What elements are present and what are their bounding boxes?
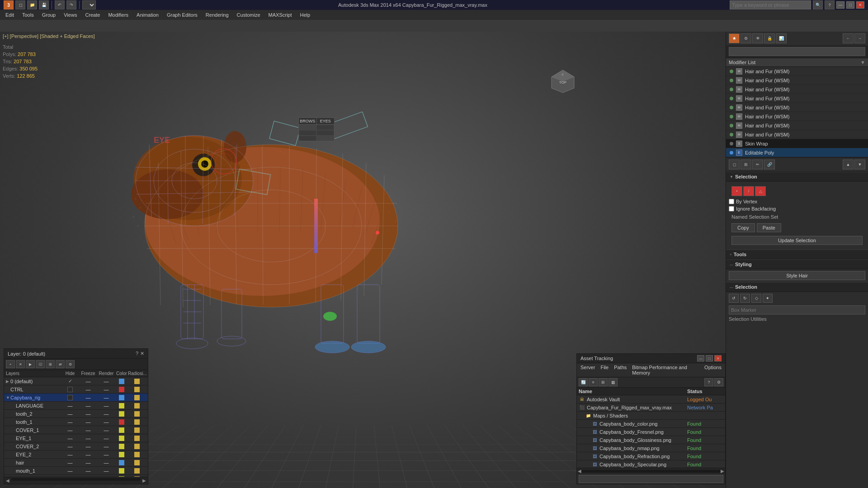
layer-row-body[interactable]: body — — — xyxy=(4,475,148,477)
modifier-tool-1[interactable]: ◻ xyxy=(729,160,740,169)
ignore-backfacing-checkbox[interactable] xyxy=(729,206,734,211)
menu-customize[interactable]: Customize xyxy=(233,11,264,19)
expand-rig[interactable]: ▼ xyxy=(6,395,10,400)
asset-menu-file[interactable]: File xyxy=(599,364,610,376)
layer-row-cover1[interactable]: COVER_1 — — — xyxy=(4,426,148,434)
modifier-item-3[interactable]: H Hair and Fur (WSM) xyxy=(726,94,868,103)
modifier-tool-2[interactable]: ⊞ xyxy=(741,160,751,169)
layer-row-eye2[interactable]: EYE_2 — — — xyxy=(4,450,148,459)
undo-btn[interactable]: ↶ xyxy=(55,0,65,9)
style-hair-button[interactable]: Style Hair xyxy=(729,271,865,280)
asset-menu-bitmap[interactable]: Bitmap Performance and Memory xyxy=(630,364,701,376)
menu-modifiers[interactable]: Modifiers xyxy=(104,11,132,19)
asset-row-vault[interactable]: 🏛 Autodesk Vault Logged Ou xyxy=(577,395,725,404)
tool-icon-1[interactable]: ★ xyxy=(729,33,740,43)
modifier-item-4[interactable]: H Hair and Fur (WSM) xyxy=(726,103,868,112)
layer-select-btn[interactable]: ☑ xyxy=(36,360,45,368)
asset-menu-server[interactable]: Server xyxy=(579,364,597,376)
sel2-icon-2[interactable]: ↻ xyxy=(740,294,750,303)
layer-row-language[interactable]: LANGUAGE — — — xyxy=(4,402,148,410)
redo-btn[interactable]: ↷ xyxy=(66,0,76,9)
selection-section-header[interactable]: ▼ Selection xyxy=(726,172,868,182)
asset-row-refraction[interactable]: 🖼 Capybara_body_Refraction.png Found xyxy=(577,452,725,460)
asset-scrollbar[interactable]: ◀ ▶ xyxy=(577,468,725,474)
asset-tb-4[interactable]: ▦ xyxy=(609,378,618,386)
layer-scrollbar-track[interactable] xyxy=(11,478,141,481)
paste-button[interactable]: Paste xyxy=(757,223,781,232)
asset-minimize-btn[interactable]: — xyxy=(697,355,704,361)
menu-graph-editors[interactable]: Graph Editors xyxy=(163,11,201,19)
menu-group[interactable]: Group xyxy=(38,11,60,19)
modifier-input[interactable]: hair xyxy=(729,47,865,56)
viewport-cube[interactable]: TOP F xyxy=(549,68,576,95)
asset-path-input[interactable] xyxy=(579,475,723,483)
sel2-icon-4[interactable]: ✦ xyxy=(763,294,773,303)
asset-row-color[interactable]: 🖼 Capybara_body_color.png Found xyxy=(577,420,725,428)
open-btn[interactable]: 📁 xyxy=(27,0,37,9)
layer-panel-close[interactable]: ✕ xyxy=(140,351,144,357)
selection2-section-header[interactable]: — Selection xyxy=(726,282,868,292)
layer-select-all-btn[interactable]: ⊞ xyxy=(46,360,55,368)
menu-help[interactable]: Help xyxy=(297,11,314,19)
asset-scroll-right[interactable]: ▶ xyxy=(721,469,724,474)
menu-rendering[interactable]: Rendering xyxy=(202,11,232,19)
minimize-btn[interactable]: — xyxy=(836,1,844,9)
update-selection-button[interactable]: Update Selection xyxy=(731,236,863,245)
layer-scrollbar[interactable]: ◀ ▶ xyxy=(4,477,148,484)
asset-maximize-btn[interactable]: □ xyxy=(706,355,713,361)
menu-views[interactable]: Views xyxy=(60,11,80,19)
asset-close-btn[interactable]: ✕ xyxy=(714,355,722,361)
layer-row-hair[interactable]: hair — — — xyxy=(4,459,148,467)
styling-section-header[interactable]: — Styling xyxy=(726,259,868,269)
modifier-list-arrow[interactable]: ▼ xyxy=(860,60,865,65)
asset-scroll-left[interactable]: ◀ xyxy=(578,469,581,474)
tool-icon-7[interactable]: → xyxy=(854,33,865,43)
new-btn[interactable]: ◻ xyxy=(15,0,25,9)
modifier-tool-6[interactable]: ▼ xyxy=(854,160,865,169)
layer-row-ctrl[interactable]: CTRL — — xyxy=(4,385,148,394)
layer-row-mouth1[interactable]: mouth_1 — — — xyxy=(4,467,148,475)
close-btn[interactable]: ✕ xyxy=(856,1,864,9)
menu-create[interactable]: Create xyxy=(81,11,104,19)
sel-icon-face[interactable]: △ xyxy=(755,186,766,196)
asset-row-glossiness[interactable]: 🖼 Capybara_body_Glossiness.png Found xyxy=(577,436,725,444)
expand-0[interactable]: ▶ xyxy=(6,379,10,384)
copy-button[interactable]: Copy xyxy=(731,223,755,232)
asset-row-maps-folder[interactable]: 📁 Maps / Shaders xyxy=(577,412,725,420)
maximize-btn[interactable]: □ xyxy=(846,1,854,9)
layer-row-tooth2[interactable]: tooth_2 — — — xyxy=(4,410,148,418)
modifier-item-2[interactable]: H Hair and Fur (WSM) xyxy=(726,85,868,94)
layer-row-default[interactable]: ▶ 0 (default) ✓ — — xyxy=(4,377,148,385)
tool-icon-3[interactable]: 👁 xyxy=(752,33,763,43)
layer-scroll-right[interactable]: ▶ xyxy=(142,478,146,483)
sel2-icon-3[interactable]: ◇ xyxy=(751,294,761,303)
sel-icon-edge[interactable]: / xyxy=(743,186,754,196)
asset-tb-3[interactable]: ⊞ xyxy=(599,378,608,386)
modifier-item-8[interactable]: S Skin Wrap xyxy=(726,139,868,148)
sel2-icon-1[interactable]: ↺ xyxy=(729,294,739,303)
asset-menu-paths[interactable]: Paths xyxy=(612,364,628,376)
asset-row-specular[interactable]: 🖼 Capybara_body_Specular.png Found xyxy=(577,460,725,468)
layer-scroll-left[interactable]: ◀ xyxy=(6,478,9,483)
asset-scrollbar-track[interactable] xyxy=(581,470,721,473)
modifier-item-6[interactable]: H Hair and Fur (WSM) xyxy=(726,121,868,130)
tool-icon-4[interactable]: 🔒 xyxy=(764,33,775,43)
layer-toggle-btn[interactable]: ⇌ xyxy=(56,360,65,368)
layer-delete-btn[interactable]: ✕ xyxy=(16,360,25,368)
modifier-item-5[interactable]: H Hair and Fur (WSM) xyxy=(726,112,868,121)
layer-row-capybara-rig[interactable]: ▼ Capybara_rig — — xyxy=(4,394,148,402)
asset-tb-5[interactable]: ? xyxy=(704,378,713,386)
search-btn[interactable]: 🔍 xyxy=(813,0,823,9)
tool-icon-6[interactable]: ← xyxy=(843,33,854,43)
box-marker-input[interactable] xyxy=(729,305,865,314)
tool-icon-2[interactable]: ⚙ xyxy=(741,33,751,43)
asset-tb-6[interactable]: ⚙ xyxy=(714,378,723,386)
asset-row-fresnel[interactable]: 🖼 Capybara_body_Fresnel.png Found xyxy=(577,428,725,436)
asset-menu-options[interactable]: Options xyxy=(703,364,723,376)
tool-icon-5[interactable]: 📊 xyxy=(776,33,787,43)
asset-row-maxfile[interactable]: ⬛ Capybara_Fur_Rigged_max_vray.max Netwo… xyxy=(577,404,725,412)
menu-tools[interactable]: Tools xyxy=(19,11,38,19)
menu-edit[interactable]: Edit xyxy=(2,11,18,19)
asset-row-nmap[interactable]: 🖼 Capybara_body_nmap.png Found xyxy=(577,444,725,452)
modifier-tool-5[interactable]: ▲ xyxy=(843,160,854,169)
